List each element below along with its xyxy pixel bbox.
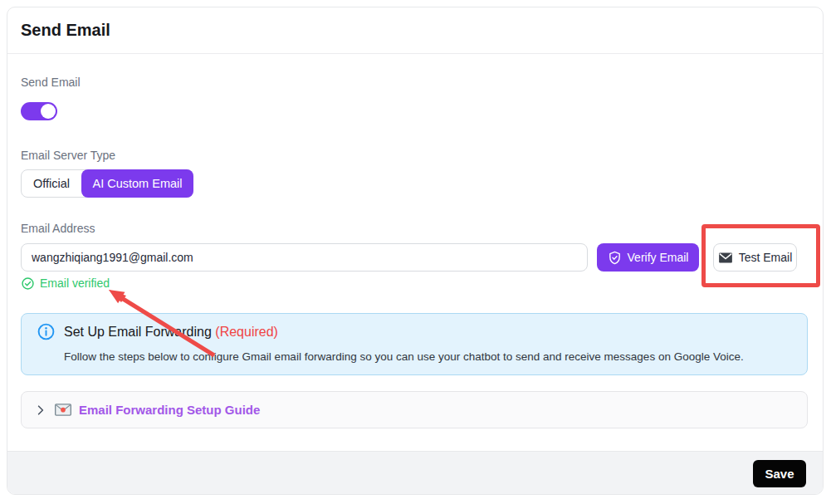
email-emoji-icon — [55, 404, 71, 416]
check-circle-icon — [21, 276, 35, 291]
send-email-label: Send Email — [21, 76, 81, 89]
required-tag: (Required) — [215, 325, 278, 339]
segment-official[interactable]: Official — [22, 170, 81, 197]
email-address-input[interactable] — [21, 243, 588, 272]
page-title: Send Email — [21, 21, 110, 40]
segment-ai-custom-email[interactable]: AI Custom Email — [81, 169, 193, 198]
email-verified-status: Email verified — [21, 276, 110, 291]
toggle-knob — [41, 104, 56, 119]
info-box-title: Set Up Email Forwarding (Required) — [64, 325, 278, 340]
email-address-label: Email Address — [21, 222, 95, 235]
guide-label: Email Forwarding Setup Guide — [79, 403, 260, 417]
verify-email-button[interactable]: Verify Email — [597, 243, 699, 272]
email-forwarding-info-box: Set Up Email Forwarding (Required) Follo… — [21, 313, 808, 375]
envelope-icon — [718, 252, 733, 264]
info-box-description: Follow the steps below to configure Gmai… — [64, 350, 744, 363]
server-type-label: Email Server Type — [21, 149, 115, 162]
info-icon — [37, 323, 55, 340]
panel-footer: Save — [7, 451, 823, 495]
verify-email-label: Verify Email — [628, 251, 689, 264]
save-button[interactable]: Save — [753, 460, 806, 487]
email-forwarding-guide-accordion[interactable]: Email Forwarding Setup Guide — [21, 391, 808, 428]
server-type-segmented-control: Official AI Custom Email — [21, 169, 193, 198]
test-email-label: Test Email — [739, 251, 793, 264]
test-email-button[interactable]: Test Email — [713, 243, 797, 272]
send-email-panel: Send Email Send Email Email Server Type … — [7, 7, 824, 495]
panel-header: Send Email — [7, 7, 823, 54]
chevron-right-icon[interactable] — [34, 404, 47, 417]
email-verified-text: Email verified — [40, 276, 110, 290]
send-email-toggle[interactable] — [21, 102, 57, 120]
shield-check-icon — [608, 251, 622, 265]
